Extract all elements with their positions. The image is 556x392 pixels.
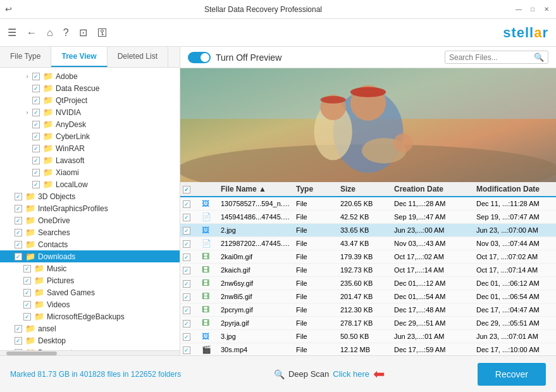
file-type-icon: 🎞 [199,292,218,301]
row-checkbox[interactable] [183,240,190,248]
tree-item[interactable]: 📁 WinRAR [0,142,180,154]
tree-item[interactable]: 📁 Desktop [0,334,180,346]
tree-checkbox[interactable] [32,85,40,92]
tree-checkbox[interactable] [32,97,40,104]
tree-checkbox[interactable] [15,205,22,212]
table-row[interactable]: 🎞 2pcrym.gif File 212.30 KB Dec 17,...:4… [180,303,556,317]
tab-deleted-list[interactable]: Deleted List [108,47,168,67]
table-row[interactable]: 🎬 30s.mp4 File 12.12 MB Dec 17,...:59 AM… [180,343,556,355]
tree-checkbox[interactable] [15,337,22,345]
tree-checkbox[interactable] [23,289,31,297]
tree-checkbox[interactable] [32,133,40,140]
table-row[interactable]: 📄 145941486...47445.pdf File 42.52 KB Se… [180,211,556,224]
tree-checkbox[interactable] [32,73,40,80]
tree-checkbox[interactable] [32,121,40,128]
tree-item[interactable]: 📁 OneDrive [0,214,180,226]
minimize-button[interactable]: — [514,5,523,14]
tree-checkbox[interactable] [32,109,40,116]
table-row[interactable]: 🖼 2.jpg File 33.65 KB Jun 23,...:00 AM J… [180,224,556,237]
tree-item[interactable]: 📁 QtProject [0,94,180,106]
table-row[interactable]: 🖼 3.jpg File 50.50 KB Jun 23,...:01 AM J… [180,330,556,343]
tree-checkbox[interactable] [15,217,22,224]
tree-chevron [23,144,32,153]
tree-item[interactable]: 📁 Xiaomi [0,166,180,178]
deep-scan-link[interactable]: Click here [333,369,369,379]
tree-checkbox[interactable] [32,157,40,164]
row-checkbox[interactable] [183,293,190,301]
table-row[interactable]: 🖼 130758527...594_n.jpg File 220.65 KB D… [180,197,556,211]
close-button[interactable]: ✕ [542,5,551,14]
tree-item[interactable]: 📁 Saved Games [0,286,180,298]
scrollbar-thumb[interactable] [6,352,57,355]
folder-icon: 📁 [34,276,44,285]
file-type: File [293,266,338,274]
menu-icon[interactable]: ☰ [8,27,16,39]
help-icon[interactable]: ? [63,27,69,39]
row-checkbox[interactable] [183,346,190,354]
row-checkbox[interactable] [183,254,190,261]
tree-item[interactable]: 📁 Lavasoft [0,154,180,166]
tab-file-type[interactable]: File Type [0,47,51,67]
table-row[interactable]: 🎞 2pyrja.gif File 278.17 KB Dec 29,...:5… [180,317,556,330]
header-type: Type [293,185,338,193]
back-icon[interactable]: ← [27,27,37,39]
tree-checkbox[interactable] [15,241,22,248]
row-checkbox[interactable] [183,307,190,314]
row-checkbox[interactable] [183,280,190,288]
tree-item[interactable]: 📁 CyberLink [0,130,180,142]
tree-item[interactable]: 📁 Downloads [0,250,180,262]
tree-item[interactable]: 📁 Pictures [0,274,180,286]
tab-tree-view[interactable]: Tree View [51,47,107,67]
row-checkbox[interactable] [183,320,190,328]
header-checkbox[interactable] [183,186,190,193]
row-checkbox[interactable] [183,333,190,341]
row-checkbox[interactable] [183,227,190,235]
search-input[interactable] [449,53,531,62]
tree-checkbox[interactable] [23,277,31,285]
tree-item[interactable]: 📁 Videos [0,298,180,310]
row-checkbox[interactable] [183,267,190,274]
home-icon[interactable]: ⌂ [47,27,53,39]
file-created: Dec 17,...:48 AM [392,306,474,314]
tree-item[interactable]: 📁 ansel [0,322,180,334]
tree-item[interactable]: 📁 AnyDesk [0,118,180,130]
tree-checkbox[interactable] [15,325,22,333]
maximize-button[interactable]: □ [528,5,537,14]
table-row[interactable]: 📄 212987202...47445.pdf File 43.47 KB No… [180,237,556,250]
tree-label: NVIDIA [56,108,81,117]
key-icon[interactable]: ⚿ [97,27,108,39]
tree-checkbox[interactable] [15,193,22,200]
horizontal-scrollbar[interactable] [0,350,180,355]
tree-checkbox[interactable] [23,301,31,309]
tree-item[interactable]: › 📁 NVIDIA [0,106,180,118]
row-checkbox[interactable] [183,200,190,208]
recover-button[interactable]: Recover [478,363,546,386]
tree-checkbox[interactable] [15,253,22,260]
tree-item[interactable]: 📁 Contacts [0,238,180,250]
monitor-icon[interactable]: ⊡ [79,27,87,39]
tree-checkbox[interactable] [32,181,40,188]
tree-item[interactable]: 📁 MicrosoftEdgeBackups [0,310,180,322]
file-name: 212987202...47445.pdf [218,240,293,247]
tree-item[interactable]: 📁 LocalLow [0,178,180,190]
row-checkbox[interactable] [183,214,190,221]
tree-checkbox[interactable] [15,229,22,236]
tree-item[interactable]: 📁 3D Objects [0,190,180,202]
tree-item[interactable]: 📁 Music [0,262,180,274]
tree-item[interactable]: 📁 Data Rescue [0,82,180,94]
tree-item[interactable]: 📁 IntelGraphicsProfiles [0,202,180,214]
table-row[interactable]: 🎞 2nw6sy.gif File 235.60 KB Dec 01,...:1… [180,277,556,290]
deep-scan: 🔍 Deep Scan Click here ⬅ [274,366,385,383]
file-modified: Dec 01, ...:06:12 AM [474,279,556,287]
preview-toggle[interactable] [188,52,211,63]
tree-checkbox[interactable] [23,265,31,273]
tree-checkbox[interactable] [32,145,40,152]
table-row[interactable]: 🎞 2nw8i5.gif File 201.47 KB Dec 01,...:5… [180,290,556,303]
table-row[interactable]: 🎞 2kaich.gif File 192.73 KB Oct 17,...:1… [180,264,556,277]
tree-checkbox[interactable] [32,169,40,176]
tree-item[interactable]: › 📁 Adobe [0,70,180,82]
tree-item[interactable]: 📁 Searches [0,226,180,238]
tree-checkbox[interactable] [23,313,31,321]
header-filename[interactable]: File Name ▲ [218,185,293,193]
table-row[interactable]: 🎞 2kai0m.gif File 179.39 KB Oct 17,...:0… [180,250,556,264]
